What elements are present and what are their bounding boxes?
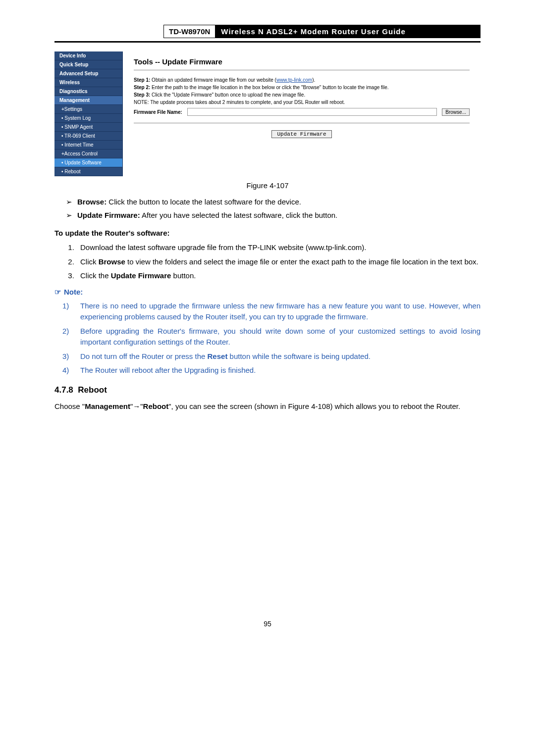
section-heading: 4.7.8 Reboot	[54, 385, 481, 395]
page-number: 95	[54, 620, 481, 628]
page-root: TD-W8970N Wireless N ADSL2+ Modem Router…	[0, 0, 535, 648]
model-number: TD-W8970N	[163, 25, 215, 38]
nav-item[interactable]: Wireless	[54, 78, 123, 87]
note-item-4: The Router will reboot after the Upgradi…	[76, 365, 481, 376]
sidebar-nav: Device InfoQuick SetupAdvanced SetupWire…	[54, 51, 123, 176]
step-item-2: Click Browse to view the folders and sel…	[76, 256, 481, 268]
nav-item[interactable]: • System Log	[54, 114, 123, 123]
figure-caption: Figure 4-107	[54, 181, 481, 190]
nav-item[interactable]: • Reboot	[54, 167, 123, 176]
divider	[134, 70, 470, 70]
arrow-icon: →	[133, 402, 140, 410]
nav-item[interactable]: Diagnostics	[54, 87, 123, 96]
nav-item[interactable]: Quick Setup	[54, 60, 123, 69]
header: TD-W8970N Wireless N ADSL2+ Modem Router…	[54, 25, 481, 41]
header-divider	[54, 41, 481, 43]
note-item-3: Do not turn off the Router or press the …	[76, 351, 481, 362]
bullet-list: Browse: Click the button to locate the l…	[54, 197, 481, 221]
notes-list: There is no need to upgrade the firmware…	[54, 301, 481, 376]
nav-item[interactable]: • TR-069 Client	[54, 132, 123, 141]
note-item-1: There is no need to upgrade the firmware…	[76, 301, 481, 323]
nav-item[interactable]: Device Info	[54, 51, 123, 60]
step-item-3: Click the Update Firmware button.	[76, 270, 481, 282]
file-row: Firmware File Name: Browse...	[134, 108, 470, 116]
nav-item[interactable]: +Access Control	[54, 150, 123, 158]
website-link[interactable]: www.tp-link.com	[276, 77, 312, 83]
section-body: Choose "Management"→"Reboot", you can se…	[54, 401, 481, 412]
bullet-update-firmware: Update Firmware: After you have selected…	[76, 210, 481, 221]
update-heading: To update the Router's software:	[54, 229, 481, 237]
nav-item[interactable]: • Update Software	[54, 158, 123, 167]
nav-item[interactable]: • Internet Time	[54, 141, 123, 150]
steps-list: Download the latest software upgrade fil…	[54, 242, 481, 282]
bullet-browse: Browse: Click the button to locate the l…	[76, 197, 481, 208]
file-label: Firmware File Name:	[134, 109, 182, 115]
panel-title: Tools -- Update Firmware	[134, 57, 470, 66]
step-3: Step 3: Click the "Update Firmware" butt…	[134, 92, 470, 98]
note-heading: ☞Note:	[54, 288, 481, 297]
step-1: Step 1: Obtain an updated firmware image…	[134, 77, 470, 83]
divider	[134, 123, 470, 123]
nav-item[interactable]: +Settings	[54, 105, 123, 114]
browse-button[interactable]: Browse...	[442, 108, 470, 116]
content-panel: Tools -- Update Firmware Step 1: Obtain …	[123, 51, 481, 176]
nav-item[interactable]: • SNMP Agent	[54, 123, 123, 132]
screenshot-figure: Device InfoQuick SetupAdvanced SetupWire…	[54, 51, 481, 176]
nav-item[interactable]: Management	[54, 96, 123, 105]
step-item-1: Download the latest software upgrade fil…	[76, 242, 481, 253]
pointing-hand-icon: ☞	[54, 288, 61, 296]
nav-item[interactable]: Advanced Setup	[54, 69, 123, 78]
note-item-2: Before upgrading the Router's firmware, …	[76, 326, 481, 348]
step-2: Step 2: Enter the path to the image file…	[134, 85, 470, 90]
note-text: NOTE: The update process takes about 2 m…	[134, 100, 470, 105]
update-firmware-button[interactable]: Update Firmware	[271, 130, 331, 138]
firmware-file-input[interactable]	[187, 108, 437, 116]
doc-title: Wireless N ADSL2+ Modem Router User Guid…	[215, 25, 481, 38]
